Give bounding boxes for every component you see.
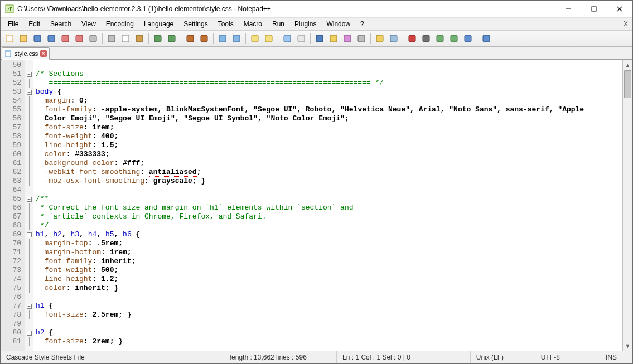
code-line[interactable]: margin: 0; bbox=[36, 96, 622, 105]
play-multi-icon[interactable] bbox=[447, 32, 461, 45]
zoom-out-icon[interactable] bbox=[230, 32, 243, 45]
menu-window[interactable]: Window bbox=[321, 19, 355, 29]
code-line[interactable]: font-family: inherit; bbox=[36, 257, 622, 266]
fold-marker[interactable]: − bbox=[25, 70, 33, 79]
menu-settings[interactable]: Settings bbox=[178, 19, 212, 29]
folder-icon[interactable] bbox=[373, 32, 386, 45]
code-line[interactable]: font-weight: 500; bbox=[36, 266, 622, 275]
menu-encoding[interactable]: Encoding bbox=[101, 19, 139, 29]
close-all-icon[interactable] bbox=[73, 32, 86, 45]
code-line[interactable]: font-weight: 400; bbox=[36, 132, 622, 141]
menu-[interactable]: ? bbox=[355, 19, 369, 29]
menu-view[interactable]: View bbox=[76, 19, 101, 29]
sync-h-icon[interactable] bbox=[262, 32, 276, 45]
fold-marker[interactable]: − bbox=[25, 88, 33, 96]
code-line[interactable]: margin-top: .5rem; bbox=[36, 239, 622, 248]
scroll-thumb[interactable] bbox=[624, 70, 631, 98]
code-line[interactable] bbox=[36, 293, 622, 302]
statusbar: Cascade Style Sheets File length : 13,66… bbox=[1, 351, 632, 363]
wordwrap-icon[interactable] bbox=[281, 32, 294, 45]
show-all-icon[interactable] bbox=[294, 32, 308, 45]
close-button[interactable] bbox=[607, 1, 632, 17]
code-line[interactable]: /** bbox=[36, 195, 622, 203]
code-line[interactable]: color: inherit; } bbox=[36, 284, 622, 293]
menu-search[interactable]: Search bbox=[45, 19, 76, 29]
code-line[interactable]: h1, h2, h3, h4, h5, h6 { bbox=[36, 230, 622, 239]
menu-edit[interactable]: Edit bbox=[23, 19, 45, 29]
code-line[interactable]: body { bbox=[36, 88, 622, 96]
svg-rect-8 bbox=[48, 35, 55, 42]
code-line[interactable]: font-size: 1rem; bbox=[36, 123, 622, 132]
status-eol[interactable]: Unix (LF) bbox=[471, 351, 535, 363]
code-line[interactable]: color: #333333; bbox=[36, 150, 622, 159]
code-line[interactable] bbox=[36, 319, 622, 328]
print-icon[interactable] bbox=[86, 32, 100, 45]
code-line[interactable]: -webkit-font-smoothing: antialiased; bbox=[36, 168, 622, 177]
code-area[interactable]: /* Sections ============================… bbox=[33, 60, 622, 351]
spellcheck-icon[interactable] bbox=[480, 32, 493, 45]
code-line[interactable]: ========================================… bbox=[36, 79, 622, 88]
indent-guide-icon[interactable] bbox=[313, 32, 326, 45]
find-icon[interactable] bbox=[183, 32, 197, 45]
sync-v-icon[interactable] bbox=[248, 32, 262, 45]
replace-icon[interactable] bbox=[197, 32, 211, 45]
vertical-scrollbar[interactable]: ▲ ▼ bbox=[622, 60, 632, 351]
zoom-in-icon[interactable] bbox=[216, 32, 229, 45]
monitor-icon[interactable] bbox=[387, 32, 400, 45]
code-line[interactable]: h1 { bbox=[36, 302, 622, 310]
menu-file[interactable]: File bbox=[3, 19, 23, 29]
scroll-up-icon[interactable]: ▲ bbox=[623, 60, 632, 70]
menu-macro[interactable]: Macro bbox=[239, 19, 267, 29]
tab-close-icon[interactable]: ✕ bbox=[40, 50, 47, 57]
paste-icon[interactable] bbox=[133, 32, 146, 45]
redo-icon[interactable] bbox=[165, 32, 178, 45]
code-line[interactable]: * Correct the font size and margin on `h… bbox=[36, 203, 622, 212]
fold-marker[interactable]: − bbox=[25, 302, 33, 310]
doc-map-icon[interactable] bbox=[341, 32, 354, 45]
fold-marker[interactable]: − bbox=[25, 230, 33, 239]
code-line[interactable]: font-family: -apple-system, BlinkMacSyst… bbox=[36, 105, 622, 114]
menu-plugins[interactable]: Plugins bbox=[289, 19, 321, 29]
close-icon[interactable] bbox=[59, 32, 72, 45]
lang-icon[interactable] bbox=[327, 32, 340, 45]
code-line[interactable]: line-height: 1.2; bbox=[36, 275, 622, 284]
code-line[interactable]: margin-bottom: 1rem; bbox=[36, 248, 622, 257]
open-file-icon[interactable] bbox=[17, 32, 30, 45]
copy-icon[interactable] bbox=[119, 32, 132, 45]
code-line[interactable]: font-size: 2rem; } bbox=[36, 337, 622, 346]
menu-run[interactable]: Run bbox=[267, 19, 289, 29]
save-macro-icon[interactable] bbox=[461, 32, 475, 45]
fold-marker bbox=[25, 105, 33, 114]
code-line[interactable]: h2 { bbox=[36, 328, 622, 337]
save-icon[interactable] bbox=[31, 32, 44, 45]
code-line[interactable]: -moz-osx-font-smoothing: grayscale; } bbox=[36, 177, 622, 186]
stop-icon[interactable] bbox=[419, 32, 433, 45]
play-icon[interactable] bbox=[433, 32, 447, 45]
code-line[interactable]: font-size: 2.5rem; } bbox=[36, 310, 622, 319]
code-line[interactable] bbox=[36, 186, 622, 195]
menu-language[interactable]: Language bbox=[139, 19, 178, 29]
maximize-button[interactable] bbox=[581, 1, 607, 17]
tab-active[interactable]: style.css ✕ bbox=[2, 47, 50, 60]
code-line[interactable]: */ bbox=[36, 221, 622, 230]
status-insert-mode[interactable]: INS bbox=[600, 351, 632, 363]
minimize-button[interactable] bbox=[555, 1, 581, 17]
code-line[interactable]: Color Emoji", "Segoe UI Emoji", "Segoe U… bbox=[36, 114, 622, 123]
cut-icon[interactable] bbox=[105, 32, 118, 45]
menu-tools[interactable]: Tools bbox=[213, 19, 239, 29]
code-line[interactable]: /* Sections bbox=[36, 70, 622, 79]
menubar-close-doc-icon[interactable]: X bbox=[624, 20, 628, 28]
save-all-icon[interactable] bbox=[45, 32, 58, 45]
fold-marker[interactable]: − bbox=[25, 328, 33, 337]
status-encoding[interactable]: UTF-8 bbox=[535, 351, 600, 363]
code-line[interactable]: * `article` contexts in Chrome, Firefox,… bbox=[36, 212, 622, 221]
func-list-icon[interactable] bbox=[355, 32, 368, 45]
new-file-icon[interactable] bbox=[3, 32, 16, 45]
code-line[interactable] bbox=[36, 61, 622, 70]
code-line[interactable]: background-color: #fff; bbox=[36, 159, 622, 168]
undo-icon[interactable] bbox=[151, 32, 165, 45]
code-line[interactable]: line-height: 1.5; bbox=[36, 141, 622, 150]
record-icon[interactable] bbox=[405, 32, 419, 45]
scroll-down-icon[interactable]: ▼ bbox=[623, 341, 632, 351]
fold-marker[interactable]: − bbox=[25, 195, 33, 203]
